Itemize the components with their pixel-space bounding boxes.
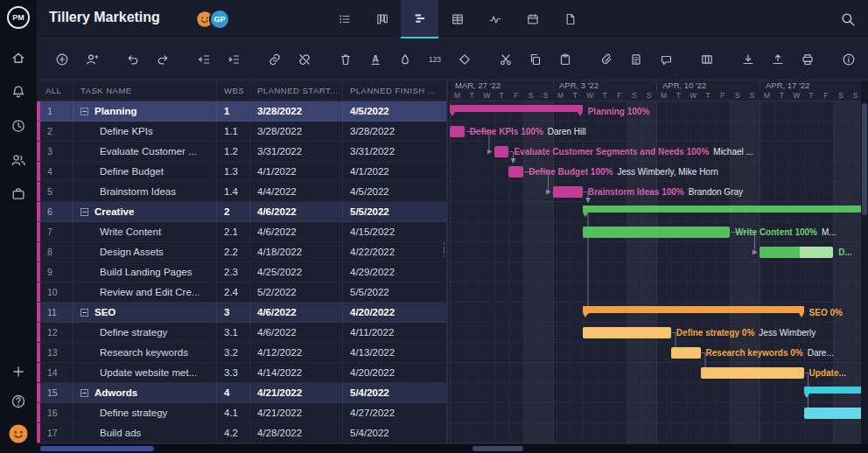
gantt-task-bar[interactable] <box>583 226 731 238</box>
table-row[interactable]: 5Brainstorm Ideas1.44/4/20224/5/2022 <box>37 182 446 202</box>
table-row[interactable]: 14Update website met...3.34/14/20224/20/… <box>37 363 446 383</box>
table-row[interactable]: 11–SEO34/6/20224/20/2022 <box>37 303 446 323</box>
gantt-task-bar[interactable] <box>553 186 583 198</box>
gantt-summary-bar[interactable] <box>450 105 583 112</box>
table-row[interactable]: 9Build Landing Pages2.34/25/20224/29/202… <box>37 262 446 282</box>
toolbar-info-button[interactable] <box>837 48 859 70</box>
user-avatar[interactable] <box>8 423 29 444</box>
toolbar-link-tasks-button[interactable] <box>263 48 285 70</box>
table-row[interactable]: 4Define Budget1.34/1/20224/1/2022 <box>37 162 446 182</box>
table-horizontal-scrollbar[interactable] <box>40 446 154 451</box>
view-tab-calendar-view[interactable] <box>514 0 551 38</box>
sidebar-help-icon[interactable] <box>10 394 26 409</box>
toolbar-cut-button[interactable] <box>494 48 516 70</box>
gantt-horizontal-scrollbar[interactable] <box>472 446 523 451</box>
gantt-task-bar[interactable] <box>760 247 833 258</box>
view-tab-sheet-view[interactable] <box>438 0 476 38</box>
toolbar-fill-color-button[interactable] <box>394 48 416 70</box>
view-tab-board-view[interactable] <box>363 0 401 38</box>
view-tab-gantt-view[interactable] <box>401 0 438 38</box>
gantt-summary-bar[interactable] <box>583 306 804 313</box>
collaborator-avatar-gp[interactable]: GP <box>209 9 230 30</box>
sidebar-notifications-icon[interactable] <box>10 84 26 100</box>
table-row[interactable]: 16Define strategy4.14/21/20224/27/2022 <box>37 403 446 423</box>
toolbar-format-text-button[interactable]: A <box>364 48 386 70</box>
vertical-scrollbar[interactable] <box>861 80 868 444</box>
toolbar-import-button[interactable] <box>737 48 759 70</box>
toolbar-outdent-button[interactable] <box>192 48 214 70</box>
table-row[interactable]: 7Write Content2.14/6/20224/15/2022 <box>37 222 446 242</box>
table-header-col-0[interactable]: ALL <box>37 80 74 101</box>
wbs-cell: 1.1 <box>217 122 250 141</box>
gantt-task-bar[interactable] <box>508 166 523 178</box>
gantt-day-letter: T <box>671 91 686 100</box>
toolbar-number-format-button[interactable]: 123 <box>424 48 445 70</box>
table-row[interactable]: 15–Adwords44/21/20225/4/2022 <box>37 383 446 403</box>
sidebar-home-icon[interactable] <box>10 50 26 66</box>
gantt-task-bar[interactable] <box>804 408 861 419</box>
view-tab-list-view[interactable] <box>326 0 363 38</box>
table-row[interactable]: 17Build ads4.24/28/20225/4/2022 <box>37 423 446 443</box>
task-name-cell: Define strategy <box>74 323 217 342</box>
toolbar-add-task-button[interactable] <box>51 48 73 70</box>
toolbar-redo-button[interactable] <box>151 48 173 70</box>
collapse-icon[interactable]: – <box>80 309 88 317</box>
gantt-task-bar[interactable] <box>583 327 671 338</box>
toolbar-milestone-button[interactable] <box>453 48 475 70</box>
sidebar-add-icon[interactable] <box>10 364 26 380</box>
toolbar-delete-task-button[interactable] <box>334 48 356 70</box>
task-name: Define Budget <box>100 166 164 177</box>
table-header-col-1[interactable]: TASK NAME <box>74 80 217 101</box>
table-row[interactable]: 2Define KPIs1.13/28/20223/28/2022 <box>37 122 446 142</box>
table-header-col-4[interactable]: PLANNED FINISH ... <box>343 80 446 101</box>
planned-finish-cell: 4/20/2022 <box>343 363 446 382</box>
gantt-bar-assignee: Brandon Gray <box>689 187 743 197</box>
search-icon[interactable] <box>840 11 856 27</box>
gantt-task-bar[interactable] <box>450 126 465 137</box>
toolbar-comment-button[interactable] <box>654 48 676 70</box>
pm-logo[interactable]: PM <box>7 6 30 29</box>
gantt-task-bar[interactable] <box>701 367 804 379</box>
gantt-summary-bar[interactable] <box>804 387 861 394</box>
table-header-col-3[interactable]: PLANNED START... <box>250 80 343 101</box>
gantt-week-label: APR, 17 '22 <box>760 80 861 91</box>
table-row[interactable]: 12Define strategy3.14/6/20224/11/2022 <box>37 323 446 343</box>
toolbar-attach-file-button[interactable] <box>595 48 617 70</box>
table-header-col-2[interactable]: WBS <box>217 80 250 101</box>
toolbar-unlink-tasks-button[interactable] <box>293 48 315 70</box>
vertical-scrollbar-thumb[interactable] <box>862 103 867 215</box>
sidebar-team-icon[interactable] <box>10 152 26 168</box>
task-name-cell: Build Landing Pages <box>74 262 217 282</box>
toolbar-notes-button[interactable] <box>625 48 647 70</box>
view-tab-activity-view[interactable] <box>476 0 514 38</box>
table-row[interactable]: 3Evaluate Customer ...1.23/31/20223/31/2… <box>37 142 446 162</box>
toolbar-print-button[interactable] <box>796 48 818 70</box>
sidebar-portfolio-icon[interactable] <box>10 186 26 202</box>
task-name-cell: Evaluate Customer ... <box>74 142 217 161</box>
toolbar-copy-button[interactable] <box>524 48 546 70</box>
toolbar-export-button[interactable] <box>766 48 788 70</box>
table-row[interactable]: 1–Planning13/28/20224/5/2022 <box>37 101 446 122</box>
table-row[interactable]: 13Research keywords3.24/12/20224/13/2022 <box>37 343 446 363</box>
collapse-icon[interactable]: – <box>80 108 88 115</box>
table-row[interactable]: 6–Creative24/6/20225/5/2022 <box>37 202 446 222</box>
collapse-icon[interactable]: – <box>80 389 88 397</box>
toolbar-columns-button[interactable] <box>696 48 718 70</box>
toolbar-undo-button[interactable] <box>122 48 144 70</box>
sidebar-recent-icon[interactable] <box>10 118 26 134</box>
collapse-icon[interactable]: – <box>80 208 88 216</box>
view-tab-doc-view[interactable] <box>551 0 589 38</box>
toolbar-assign-people-button[interactable] <box>80 48 102 70</box>
gantt-task-bar[interactable] <box>494 146 509 157</box>
gantt-summary-bar[interactable] <box>583 206 861 213</box>
table-row[interactable]: 8Design Assets2.24/18/20224/22/2022 <box>37 242 446 262</box>
toolbar-indent-button[interactable] <box>222 48 244 70</box>
gantt-bar-label: Write Content 100%M... <box>735 226 836 238</box>
toolbar-paste-button[interactable] <box>554 48 576 70</box>
wbs-cell: 3.2 <box>217 343 250 362</box>
table-row[interactable]: 10Review and Edit Cre...2.45/2/20225/5/2… <box>37 282 446 303</box>
wbs-cell: 1 <box>217 101 250 121</box>
wbs-cell: 2.2 <box>217 242 250 261</box>
panel-splitter[interactable]: ⋮⋮ <box>438 245 450 255</box>
gantt-task-bar[interactable] <box>671 347 701 359</box>
